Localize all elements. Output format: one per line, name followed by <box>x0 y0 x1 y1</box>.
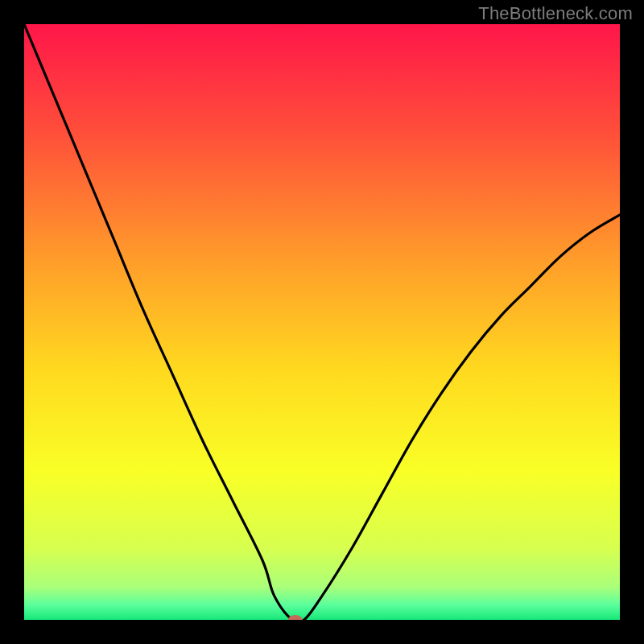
plot-area <box>24 24 620 620</box>
chart-svg <box>24 24 620 620</box>
watermark-text: TheBottleneck.com <box>478 3 633 24</box>
gradient-background <box>24 24 620 620</box>
chart-container: TheBottleneck.com <box>0 0 644 644</box>
